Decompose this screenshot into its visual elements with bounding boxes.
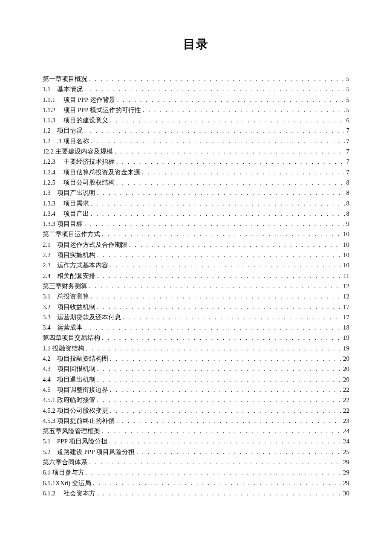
toc-row: 4.2 项目投融资结构图20 [43,353,349,364]
toc-leader-dots [84,125,345,136]
toc-entry-page: 29 [341,467,349,477]
toc-entry-label: 1.3.4 项目产出 [43,208,91,219]
toc-leader-dots [91,198,345,208]
toc-row: 1.1.2 项目 PPP 模式运作的可行性5 [43,105,349,115]
toc-leader-dots [110,405,341,416]
toc-row: 3.4 运营成本18 [43,322,349,333]
toc-leader-dots [84,322,341,333]
toc-row: 3.2 项目收益机制17 [43,302,349,312]
toc-leader-dots [84,219,345,229]
toc-row: 4.5.3 项目提前终止的补偿23 [43,416,349,426]
toc-entry-page: 29 [341,478,349,488]
toc-row: 6.1.2 社会资本方30 [43,488,349,498]
toc-entry-page: 24 [341,436,349,446]
toc-entry-label: 2.2 项目实施机构 [43,250,97,260]
toc-leader-dots [116,177,345,188]
toc-row: 4.4 项目退出机制20 [43,374,349,385]
toc-leader-dots [86,343,342,353]
toc-row: 2.1 项目运作方式及合作期限10 [43,240,349,250]
toc-entry-label: 4.5.2 项目公司股权变更 [43,405,110,416]
toc-entry-page: 10 [341,240,349,250]
toc-row: 1.1 基本情况5 [43,84,349,94]
toc-leader-dots [102,426,341,436]
toc-entry-page: 8 [345,177,350,188]
toc-row: 6.1.1XXrlj 交运局29 [43,478,349,488]
toc-leader-dots [97,250,341,260]
toc-row: 5.2 道路建设 PPP 项目风险分担25 [43,447,349,457]
toc-entry-page: 22 [341,405,349,416]
toc-entry-label: 2.1 项目运作方式及合作期限 [43,240,129,250]
toc-entry-label: 3.4 运营成本 [43,322,84,333]
toc-leader-dots [97,395,341,405]
toc-entry-page: 10 [341,250,349,260]
toc-title: 目录 [43,36,349,52]
toc-leader-dots [97,188,345,198]
toc-row: 4.3 项目回报机制20 [43,364,349,374]
toc-entry-page: 12 [341,281,349,291]
toc-entry-page: 23 [341,416,349,426]
toc-row: 2.4 相关配套安排11 [43,271,349,281]
toc-entry-page: 30 [341,488,349,498]
toc-leader-dots [110,260,341,270]
toc-entry-page: 10 [341,260,349,270]
toc-entry-page: 11 [342,271,349,281]
toc-row: 2.2 项目实施机构10 [43,250,349,260]
toc-entry-label: 1.3.3 项目目标 [43,219,84,229]
toc-row: 4.5 项目调整衔接边界22 [43,385,349,395]
toc-leader-dots [142,167,345,177]
toc-entry-label: 4.2 项目投融资结构图 [43,353,110,364]
toc-entry-page: 7 [345,146,350,156]
toc-leader-dots [97,302,341,312]
toc-row: 1.2 项目情况7 [43,125,349,136]
toc-leader-dots [109,436,341,446]
toc-entry-label: 12.2 主要建设内容及规模 [43,146,115,156]
toc-entry-label: 1.3 项目产出说明 [43,188,97,198]
toc-row: 1.1.3 项目的建设意义6 [43,115,349,125]
toc-row: 第二章项目运作方式10 [43,229,349,239]
toc-entry-label: 1.1.2 项目 PPP 模式运作的可行性 [43,105,143,115]
toc-row: 2.3 运作方式基本内容10 [43,260,349,270]
toc-leader-dots [91,136,345,146]
toc-leader-dots [102,229,341,239]
toc-leader-dots [136,447,341,457]
toc-row: 第一章项目概况5 [43,74,349,84]
toc-row: 1.3.4 项目产出8 [43,208,349,219]
toc-entry-label: 第六章合同体系 [43,457,89,467]
toc-entry-page: 25 [341,447,349,457]
toc-leader-dots [116,416,341,426]
toc-leader-dots [116,156,345,167]
toc-row: 1.3 项目产出说明8 [43,188,349,198]
toc-row: 4.5.2 项目公司股权变更22 [43,405,349,416]
toc-entry-page: 12 [341,291,349,301]
toc-entry-page: 17 [341,302,349,312]
toc-entry-page: 8 [345,208,350,219]
toc-entry-label: 4.3 项目回报机制 [43,364,97,374]
toc-row: 1.1.1 项目 PPP 运作背景5 [43,95,349,105]
toc-entry-label: 4.5.1 政府临时接管 [43,395,97,405]
toc-entry-page: 9 [345,219,350,229]
toc-row: 3.3 运营期贷款及还本付息17 [43,312,349,322]
toc-entry-label: 第四章项目交易结构 [43,333,102,343]
toc-entry-page: 29 [341,457,349,467]
toc-entry-label: 1.1 基本情况 [43,84,84,94]
toc-entry-page: 5 [345,105,350,115]
toc-entry-page: 22 [341,385,349,395]
toc-entry-label: 5.1 PPP 项目风险分担 [43,436,109,446]
toc-leader-dots [110,115,345,125]
toc-entry-label: 6.1.2 社会资本方 [43,488,97,498]
toc-entry-page: 8 [345,198,350,208]
toc-leader-dots [123,312,341,322]
toc-entry-label: 4.5.3 项目提前终止的补偿 [43,416,116,426]
toc-leader-dots [102,333,341,343]
toc-row: 5.1 PPP 项目风险分担24 [43,436,349,446]
toc-entry-label: 6.1 项目参与方 [43,467,86,477]
toc-entry-page: 7 [345,156,350,167]
toc-entry-label: 2.3 运作方式基本内容 [43,260,110,270]
toc-row: 1.2.4 项目估算总投资及资金来源7 [43,167,349,177]
toc-entry-label: 1.3.3 项目需求 [43,198,91,208]
toc-entry-label: 6.1.1XXrlj 交运局 [43,478,93,488]
toc-entry-label: 4.4 项目退出机制 [43,374,97,385]
toc-leader-dots [129,240,341,250]
toc-entry-label: 1.2.3 主要经济技术指标 [43,156,116,167]
toc-entry-label: 2.4 相关配套安排 [43,271,97,281]
